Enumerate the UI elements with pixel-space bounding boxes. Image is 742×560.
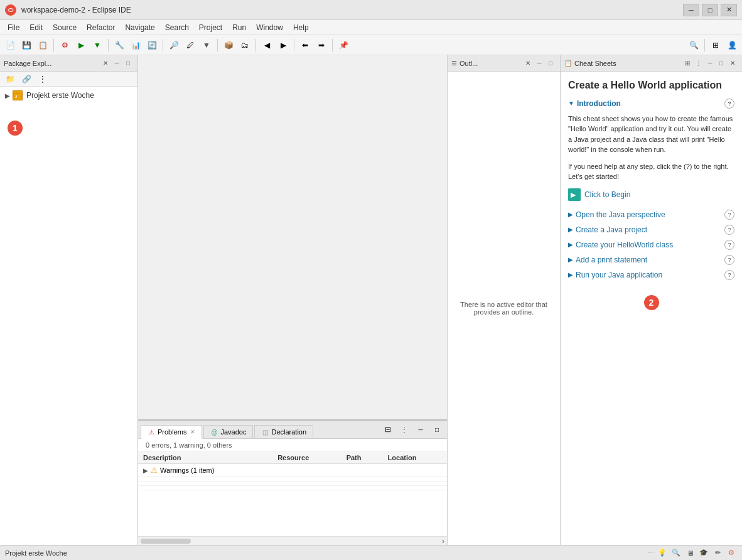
tab-problems[interactable]: ⚠ Problems ✕ — [141, 425, 202, 439]
status-monitor-icon[interactable]: 🖥 — [684, 547, 696, 559]
step-4-help-icon[interactable]: ? — [724, 255, 734, 265]
cheat-introduction-header[interactable]: ▼ Introduction ? — [568, 99, 734, 109]
step-1-help-icon[interactable]: ? — [724, 210, 734, 220]
menu-navigate[interactable]: Navigate — [120, 22, 159, 33]
status-graduate-icon[interactable]: 🎓 — [698, 547, 709, 559]
package-explorer-maximize-icon[interactable]: □ — [122, 58, 134, 69]
menu-window[interactable]: Window — [251, 22, 288, 33]
outline-close-icon[interactable]: ✕ — [522, 58, 534, 69]
search-icon[interactable]: 🔍 — [686, 38, 701, 53]
cheat-sheets-content: Create a Hello World application ▼ Intro… — [561, 72, 742, 545]
cheat-step-3[interactable]: ▶ Create your HelloWorld class ? — [568, 237, 734, 252]
outline-maximize-icon[interactable]: □ — [545, 58, 556, 69]
close-button[interactable]: ✕ — [721, 4, 737, 16]
project-item[interactable]: ▶ J Projekt erste Woche — [3, 89, 135, 102]
declaration-icon: ◫ — [261, 428, 269, 436]
perspective-icon[interactable]: 👤 — [724, 38, 739, 53]
maximize-bottom-icon[interactable]: □ — [429, 422, 444, 437]
tab-declaration[interactable]: ◫ Declaration — [254, 425, 313, 438]
javadoc-icon: @ — [210, 428, 218, 436]
bottom-panel-controls: ⊟ ⋮ ─ □ — [378, 422, 447, 437]
step-2-help-icon[interactable]: ? — [724, 225, 734, 235]
tab-javadoc[interactable]: @ Javadoc — [203, 425, 253, 438]
menu-search[interactable]: Search — [160, 22, 194, 33]
cheat-sheets-maximize-icon[interactable]: □ — [716, 58, 727, 69]
menu-source[interactable]: Source — [48, 22, 82, 33]
search-button[interactable]: 🔎 — [166, 38, 181, 53]
step-1-arrow: ▶ — [568, 211, 573, 218]
prev-edit-button[interactable]: ◀ — [259, 38, 274, 53]
menu-project[interactable]: Project — [194, 22, 227, 33]
save-all-button[interactable]: 📋 — [35, 38, 50, 53]
new-button[interactable]: 📄 — [3, 38, 18, 53]
cheat-sheets-close-icon[interactable]: ✕ — [727, 58, 738, 69]
package-explorer-minimize-icon[interactable]: ─ — [111, 58, 122, 69]
outline-panel: ☰ Outl... ✕ ─ □ There is no active edito… — [447, 55, 560, 545]
forward-button[interactable]: ➡ — [314, 38, 329, 53]
cheat-step-5[interactable]: ▶ Run your Java application ? — [568, 267, 734, 283]
filter-icon[interactable]: ⊟ — [380, 422, 395, 437]
problems-close-icon[interactable]: ✕ — [190, 429, 195, 435]
open-resource-button[interactable]: 🗂 — [237, 38, 252, 53]
menu-bar: File Edit Source Refactor Navigate Searc… — [0, 20, 742, 35]
open-perspective-button[interactable]: ⊞ — [708, 38, 723, 53]
cheat-sheets-header: 📋 Cheat Sheets ⊞ ⋮ ─ □ ✕ — [561, 55, 742, 72]
cheat-sheets-minimize-icon[interactable]: ─ — [704, 58, 716, 69]
problems-status: 0 errors, 1 warning, 0 others — [138, 439, 447, 452]
cheat-step-1[interactable]: ▶ Open the Java perspective ? — [568, 207, 734, 222]
maximize-button[interactable]: □ — [702, 4, 718, 16]
warnings-cell: ▶ ⚠ Warnings (1 item) — [138, 464, 272, 477]
minimize-bottom-icon[interactable]: ─ — [413, 422, 428, 437]
warnings-expand-arrow[interactable]: ▶ — [143, 467, 148, 474]
outline-minimize-icon[interactable]: ─ — [534, 58, 545, 69]
problems-table-container[interactable]: Description Resource Path Location ▶ ⚠ — [138, 452, 447, 536]
open-type-button[interactable]: 📦 — [221, 38, 236, 53]
next-edit-button[interactable]: ▶ — [276, 38, 291, 53]
menu-file[interactable]: File — [3, 22, 24, 33]
save-button[interactable]: 💾 — [19, 38, 34, 53]
click-to-begin-link[interactable]: ▶ Click to Begin — [568, 188, 734, 201]
pin-button[interactable]: 📌 — [336, 38, 351, 53]
table-row-warnings[interactable]: ▶ ⚠ Warnings (1 item) — [138, 464, 447, 477]
cheat-sheets-menu-icon[interactable]: ⋮ — [693, 58, 704, 69]
tab-problems-label: Problems — [158, 428, 186, 436]
status-pencil-icon[interactable]: ✏ — [712, 547, 723, 559]
toolbar-btn-5[interactable]: ▼ — [199, 38, 214, 53]
status-search-icon[interactable]: 🔍 — [670, 547, 682, 559]
scrollbar-thumb[interactable] — [141, 539, 191, 544]
menu-refactor[interactable]: Refactor — [82, 22, 120, 33]
external-tools[interactable]: 🔧 — [112, 38, 127, 53]
menu-edit[interactable]: Edit — [24, 22, 48, 33]
step-3-help-icon[interactable]: ? — [724, 240, 734, 250]
view-menu-bottom-icon[interactable]: ⋮ — [397, 422, 412, 437]
cheat-sheets-panel: 📋 Cheat Sheets ⊞ ⋮ ─ □ ✕ Create a Hello … — [560, 55, 742, 545]
window-controls: ─ □ ✕ — [683, 4, 737, 16]
outline-content: There is no active editor that provides … — [448, 72, 560, 545]
click-to-begin-label: Click to Begin — [584, 190, 630, 199]
horizontal-scrollbar[interactable]: › — [138, 536, 447, 545]
step-5-help-icon[interactable]: ? — [724, 270, 734, 280]
cheat-sheets-expand-icon[interactable]: ⊞ — [682, 58, 693, 69]
intro-help-icon[interactable]: ? — [724, 99, 734, 109]
run-button[interactable]: ▶ — [73, 38, 89, 53]
cheat-step-2[interactable]: ▶ Create a Java project ? — [568, 222, 734, 237]
editor-content[interactable] — [138, 55, 447, 419]
toolbar-btn-4[interactable]: 🖊 — [183, 38, 198, 53]
coverage-button[interactable]: 📊 — [128, 38, 143, 53]
package-explorer-toolbar: 📁 🔗 ⋮ — [0, 72, 137, 87]
package-explorer-close-icon[interactable]: ✕ — [100, 58, 111, 69]
scroll-right-arrow[interactable]: › — [442, 537, 444, 546]
menu-help[interactable]: Help — [288, 22, 314, 33]
link-editor-icon[interactable]: 🔗 — [19, 72, 34, 87]
toolbar-btn-3[interactable]: 🔄 — [144, 38, 159, 53]
debug-button[interactable]: ⚙ — [57, 38, 72, 53]
status-lightbulb-icon[interactable]: 💡 — [657, 547, 668, 559]
back-button[interactable]: ⬅ — [298, 38, 313, 53]
menu-run[interactable]: Run — [227, 22, 251, 33]
view-menu-icon[interactable]: ⋮ — [35, 72, 50, 87]
cheat-step-4[interactable]: ▶ Add a print statement ? — [568, 252, 734, 267]
status-settings-icon[interactable]: ⚙ — [726, 547, 737, 559]
collapse-all-icon[interactable]: 📁 — [3, 72, 18, 87]
minimize-button[interactable]: ─ — [683, 4, 699, 16]
run-dropdown[interactable]: ▼ — [90, 38, 105, 53]
